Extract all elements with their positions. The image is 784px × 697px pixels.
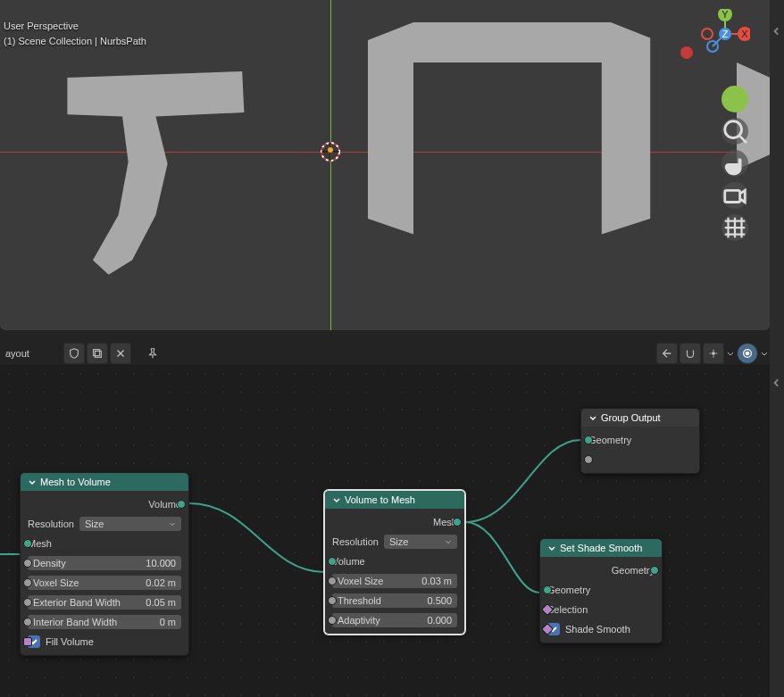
perspective-label: User Perspective <box>4 19 146 34</box>
socket-icon[interactable] <box>23 598 32 607</box>
socket-icon[interactable] <box>328 616 337 625</box>
close-icon[interactable] <box>110 343 131 364</box>
svg-point-15 <box>702 29 713 39</box>
socket-out-geometry: Geometry <box>612 565 655 576</box>
socket-in-geometry: Geometry <box>588 435 631 445</box>
mesh-object-arch[interactable] <box>353 18 656 241</box>
node-volume-to-mesh[interactable]: Volume to Mesh Mesh ResolutionSize Volum… <box>324 490 465 635</box>
socket-icon[interactable] <box>543 585 552 594</box>
gizmo-extra-icon[interactable] <box>721 86 748 112</box>
node-editor-header: ayout <box>0 342 770 365</box>
density-field[interactable]: Density10.000 <box>28 556 181 570</box>
camera-icon[interactable] <box>721 182 748 209</box>
parent-icon[interactable] <box>656 343 678 364</box>
node-header[interactable]: Mesh to Volume <box>21 473 188 491</box>
nav-gizmo[interactable]: Y X Z <box>700 9 750 59</box>
node-header[interactable]: Volume to Mesh <box>325 491 464 509</box>
exterior-band-field[interactable]: Exterior Band Width0.05 m <box>28 595 181 610</box>
socket-icon[interactable] <box>23 637 32 646</box>
node-title: Group Output <box>601 412 661 423</box>
svg-line-17 <box>740 137 747 144</box>
cursor-3d-icon <box>320 141 341 162</box>
svg-text:Y: Y <box>721 9 729 20</box>
node-editor-canvas[interactable]: Mesh to Volume Volume ResolutionSize Mes… <box>0 365 770 697</box>
fill-volume-checkbox[interactable]: Fill Volume <box>28 635 94 648</box>
socket-icon[interactable] <box>23 578 32 587</box>
socket-icon[interactable] <box>328 577 337 585</box>
layout-label: ayout <box>0 344 63 362</box>
svg-rect-19 <box>94 350 100 356</box>
viewport-overlay-text: User Perspective (1) Scene Collection | … <box>4 19 146 48</box>
pin-icon[interactable] <box>142 343 163 364</box>
snap-icon[interactable] <box>680 343 701 364</box>
pivot-icon[interactable] <box>703 343 724 364</box>
socket-in-volume: Volume <box>332 556 365 567</box>
svg-text:Z: Z <box>722 29 729 39</box>
svg-text:X: X <box>741 29 748 39</box>
shield-icon[interactable] <box>63 343 85 364</box>
node-title: Mesh to Volume <box>40 477 111 487</box>
grid-icon[interactable] <box>721 214 748 241</box>
svg-point-4 <box>328 147 333 153</box>
right-strip <box>770 0 784 697</box>
node-header[interactable]: Group Output <box>581 409 699 427</box>
collapse-arrow-icon[interactable] <box>771 375 782 391</box>
node-set-shade-smooth[interactable]: Set Shade Smooth Geometry Geometry Selec… <box>539 538 663 643</box>
resolution-label: Resolution <box>28 519 74 529</box>
voxel-size-field[interactable]: Voxel Size0.02 m <box>28 576 181 590</box>
record-dot-icon <box>680 46 693 59</box>
threshold-field[interactable]: Threshold0.500 <box>332 593 457 608</box>
viewport-tool-column <box>721 86 748 241</box>
collapse-arrow-icon[interactable] <box>771 23 782 39</box>
svg-rect-18 <box>725 190 740 202</box>
chevron-down-icon[interactable] <box>760 343 769 364</box>
resolution-select[interactable]: Size <box>384 535 457 549</box>
node-mesh-to-volume[interactable]: Mesh to Volume Volume ResolutionSize Mes… <box>20 472 189 656</box>
socket-icon[interactable] <box>453 518 462 527</box>
axis-y-line <box>330 0 331 330</box>
svg-point-24 <box>713 353 715 355</box>
node-group-output[interactable]: Group Output Geometry <box>580 408 700 474</box>
socket-icon[interactable] <box>584 436 593 444</box>
resolution-label: Resolution <box>332 536 379 547</box>
svg-rect-20 <box>95 351 101 357</box>
adaptivity-field[interactable]: Adaptivity0.000 <box>332 613 457 627</box>
zoom-icon[interactable] <box>721 118 748 145</box>
socket-icon[interactable] <box>23 539 32 548</box>
pan-icon[interactable] <box>721 150 748 177</box>
viewport-3d[interactable]: User Perspective (1) Scene Collection | … <box>0 0 770 330</box>
node-title: Set Shade Smooth <box>560 543 642 553</box>
copy-icon[interactable] <box>87 343 108 364</box>
socket-in-geometry: Geometry <box>547 585 590 595</box>
socket-icon[interactable] <box>584 455 593 464</box>
socket-icon[interactable] <box>328 557 337 566</box>
svg-point-16 <box>725 121 742 138</box>
context-label: (1) Scene Collection | NurbsPath <box>4 34 146 49</box>
resolution-select[interactable]: Size <box>79 517 181 531</box>
socket-icon[interactable] <box>23 618 32 626</box>
node-title: Volume to Mesh <box>345 494 415 505</box>
overlay-toggle-icon[interactable] <box>737 343 758 364</box>
shade-smooth-checkbox[interactable]: Shade Smooth <box>547 623 630 635</box>
node-header[interactable]: Set Shade Smooth <box>540 539 662 557</box>
socket-icon[interactable] <box>328 596 337 605</box>
voxel-size-field[interactable]: Voxel Size0.03 m <box>332 574 457 588</box>
socket-in-selection: Selection <box>547 604 588 615</box>
socket-icon[interactable] <box>23 559 32 568</box>
svg-point-26 <box>746 352 749 355</box>
interior-band-field[interactable]: Interior Band Width0 m <box>28 615 181 629</box>
socket-icon[interactable] <box>177 500 186 509</box>
mesh-object-t[interactable] <box>54 71 250 277</box>
socket-icon[interactable] <box>650 566 659 575</box>
chevron-down-icon[interactable] <box>726 343 735 364</box>
